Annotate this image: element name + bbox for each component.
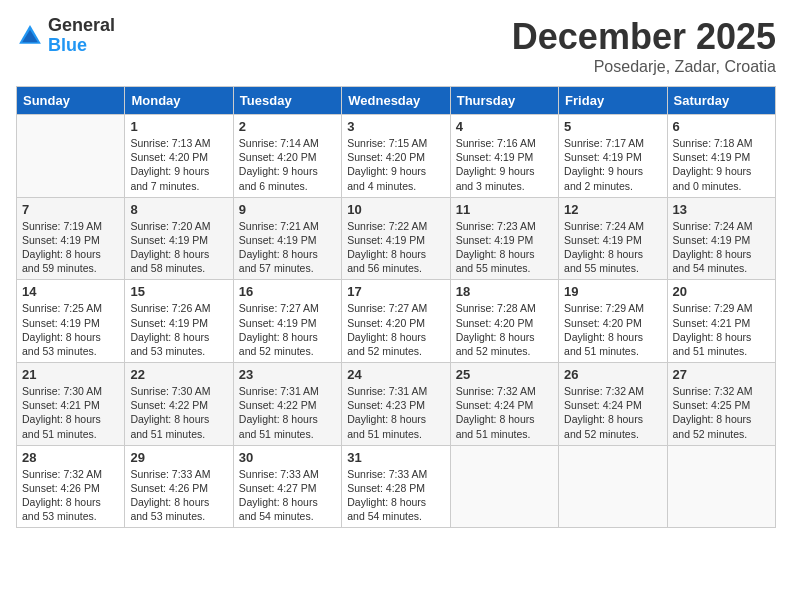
day-number: 1 <box>130 119 227 134</box>
day-info: Sunrise: 7:32 AM Sunset: 4:25 PM Dayligh… <box>673 384 770 441</box>
day-info: Sunrise: 7:33 AM Sunset: 4:28 PM Dayligh… <box>347 467 444 524</box>
calendar-cell: 26Sunrise: 7:32 AM Sunset: 4:24 PM Dayli… <box>559 363 667 446</box>
day-number: 19 <box>564 284 661 299</box>
weekday-header-row: SundayMondayTuesdayWednesdayThursdayFrid… <box>17 87 776 115</box>
day-number: 18 <box>456 284 553 299</box>
calendar-cell: 5Sunrise: 7:17 AM Sunset: 4:19 PM Daylig… <box>559 115 667 198</box>
day-number: 14 <box>22 284 119 299</box>
day-number: 20 <box>673 284 770 299</box>
day-number: 12 <box>564 202 661 217</box>
day-info: Sunrise: 7:18 AM Sunset: 4:19 PM Dayligh… <box>673 136 770 193</box>
day-info: Sunrise: 7:27 AM Sunset: 4:20 PM Dayligh… <box>347 301 444 358</box>
calendar-cell: 3Sunrise: 7:15 AM Sunset: 4:20 PM Daylig… <box>342 115 450 198</box>
day-info: Sunrise: 7:33 AM Sunset: 4:26 PM Dayligh… <box>130 467 227 524</box>
day-number: 30 <box>239 450 336 465</box>
calendar-cell: 19Sunrise: 7:29 AM Sunset: 4:20 PM Dayli… <box>559 280 667 363</box>
day-number: 5 <box>564 119 661 134</box>
day-number: 15 <box>130 284 227 299</box>
logo-text: General Blue <box>48 16 115 56</box>
weekday-header: Monday <box>125 87 233 115</box>
day-number: 28 <box>22 450 119 465</box>
day-info: Sunrise: 7:21 AM Sunset: 4:19 PM Dayligh… <box>239 219 336 276</box>
day-info: Sunrise: 7:27 AM Sunset: 4:19 PM Dayligh… <box>239 301 336 358</box>
day-info: Sunrise: 7:30 AM Sunset: 4:22 PM Dayligh… <box>130 384 227 441</box>
calendar-cell: 24Sunrise: 7:31 AM Sunset: 4:23 PM Dayli… <box>342 363 450 446</box>
calendar-cell: 6Sunrise: 7:18 AM Sunset: 4:19 PM Daylig… <box>667 115 775 198</box>
calendar-week-row: 1Sunrise: 7:13 AM Sunset: 4:20 PM Daylig… <box>17 115 776 198</box>
calendar-cell: 13Sunrise: 7:24 AM Sunset: 4:19 PM Dayli… <box>667 197 775 280</box>
calendar-cell <box>559 445 667 528</box>
day-number: 3 <box>347 119 444 134</box>
calendar-cell: 2Sunrise: 7:14 AM Sunset: 4:20 PM Daylig… <box>233 115 341 198</box>
day-info: Sunrise: 7:33 AM Sunset: 4:27 PM Dayligh… <box>239 467 336 524</box>
day-info: Sunrise: 7:32 AM Sunset: 4:24 PM Dayligh… <box>456 384 553 441</box>
calendar-cell: 18Sunrise: 7:28 AM Sunset: 4:20 PM Dayli… <box>450 280 558 363</box>
day-info: Sunrise: 7:15 AM Sunset: 4:20 PM Dayligh… <box>347 136 444 193</box>
calendar-cell <box>667 445 775 528</box>
logo-blue: Blue <box>48 36 115 56</box>
day-number: 24 <box>347 367 444 382</box>
calendar-cell: 22Sunrise: 7:30 AM Sunset: 4:22 PM Dayli… <box>125 363 233 446</box>
day-info: Sunrise: 7:16 AM Sunset: 4:19 PM Dayligh… <box>456 136 553 193</box>
calendar-cell: 25Sunrise: 7:32 AM Sunset: 4:24 PM Dayli… <box>450 363 558 446</box>
calendar-week-row: 7Sunrise: 7:19 AM Sunset: 4:19 PM Daylig… <box>17 197 776 280</box>
day-number: 9 <box>239 202 336 217</box>
day-number: 21 <box>22 367 119 382</box>
calendar-week-row: 28Sunrise: 7:32 AM Sunset: 4:26 PM Dayli… <box>17 445 776 528</box>
calendar-cell: 27Sunrise: 7:32 AM Sunset: 4:25 PM Dayli… <box>667 363 775 446</box>
day-info: Sunrise: 7:22 AM Sunset: 4:19 PM Dayligh… <box>347 219 444 276</box>
day-number: 27 <box>673 367 770 382</box>
day-info: Sunrise: 7:25 AM Sunset: 4:19 PM Dayligh… <box>22 301 119 358</box>
day-info: Sunrise: 7:13 AM Sunset: 4:20 PM Dayligh… <box>130 136 227 193</box>
logo: General Blue <box>16 16 115 56</box>
calendar-cell: 4Sunrise: 7:16 AM Sunset: 4:19 PM Daylig… <box>450 115 558 198</box>
day-number: 10 <box>347 202 444 217</box>
day-info: Sunrise: 7:23 AM Sunset: 4:19 PM Dayligh… <box>456 219 553 276</box>
calendar-week-row: 14Sunrise: 7:25 AM Sunset: 4:19 PM Dayli… <box>17 280 776 363</box>
day-number: 4 <box>456 119 553 134</box>
calendar-cell <box>17 115 125 198</box>
day-info: Sunrise: 7:14 AM Sunset: 4:20 PM Dayligh… <box>239 136 336 193</box>
calendar-cell: 20Sunrise: 7:29 AM Sunset: 4:21 PM Dayli… <box>667 280 775 363</box>
logo-icon <box>16 22 44 50</box>
day-number: 22 <box>130 367 227 382</box>
location-title: Posedarje, Zadar, Croatia <box>512 58 776 76</box>
weekday-header: Saturday <box>667 87 775 115</box>
day-info: Sunrise: 7:29 AM Sunset: 4:21 PM Dayligh… <box>673 301 770 358</box>
day-number: 25 <box>456 367 553 382</box>
calendar-cell: 7Sunrise: 7:19 AM Sunset: 4:19 PM Daylig… <box>17 197 125 280</box>
calendar-cell: 30Sunrise: 7:33 AM Sunset: 4:27 PM Dayli… <box>233 445 341 528</box>
page-header: General Blue December 2025 Posedarje, Za… <box>16 16 776 76</box>
weekday-header: Thursday <box>450 87 558 115</box>
day-number: 2 <box>239 119 336 134</box>
day-number: 26 <box>564 367 661 382</box>
day-info: Sunrise: 7:19 AM Sunset: 4:19 PM Dayligh… <box>22 219 119 276</box>
day-info: Sunrise: 7:31 AM Sunset: 4:23 PM Dayligh… <box>347 384 444 441</box>
calendar-cell <box>450 445 558 528</box>
calendar-cell: 21Sunrise: 7:30 AM Sunset: 4:21 PM Dayli… <box>17 363 125 446</box>
calendar-cell: 15Sunrise: 7:26 AM Sunset: 4:19 PM Dayli… <box>125 280 233 363</box>
calendar-cell: 29Sunrise: 7:33 AM Sunset: 4:26 PM Dayli… <box>125 445 233 528</box>
day-info: Sunrise: 7:30 AM Sunset: 4:21 PM Dayligh… <box>22 384 119 441</box>
day-info: Sunrise: 7:28 AM Sunset: 4:20 PM Dayligh… <box>456 301 553 358</box>
day-info: Sunrise: 7:29 AM Sunset: 4:20 PM Dayligh… <box>564 301 661 358</box>
weekday-header: Tuesday <box>233 87 341 115</box>
day-info: Sunrise: 7:31 AM Sunset: 4:22 PM Dayligh… <box>239 384 336 441</box>
weekday-header: Sunday <box>17 87 125 115</box>
day-number: 29 <box>130 450 227 465</box>
day-number: 17 <box>347 284 444 299</box>
day-number: 6 <box>673 119 770 134</box>
day-info: Sunrise: 7:24 AM Sunset: 4:19 PM Dayligh… <box>673 219 770 276</box>
day-info: Sunrise: 7:17 AM Sunset: 4:19 PM Dayligh… <box>564 136 661 193</box>
calendar-cell: 10Sunrise: 7:22 AM Sunset: 4:19 PM Dayli… <box>342 197 450 280</box>
month-title: December 2025 <box>512 16 776 58</box>
calendar-cell: 23Sunrise: 7:31 AM Sunset: 4:22 PM Dayli… <box>233 363 341 446</box>
calendar-cell: 16Sunrise: 7:27 AM Sunset: 4:19 PM Dayli… <box>233 280 341 363</box>
day-info: Sunrise: 7:26 AM Sunset: 4:19 PM Dayligh… <box>130 301 227 358</box>
calendar-week-row: 21Sunrise: 7:30 AM Sunset: 4:21 PM Dayli… <box>17 363 776 446</box>
day-number: 23 <box>239 367 336 382</box>
day-info: Sunrise: 7:32 AM Sunset: 4:24 PM Dayligh… <box>564 384 661 441</box>
day-number: 11 <box>456 202 553 217</box>
day-number: 7 <box>22 202 119 217</box>
day-number: 16 <box>239 284 336 299</box>
